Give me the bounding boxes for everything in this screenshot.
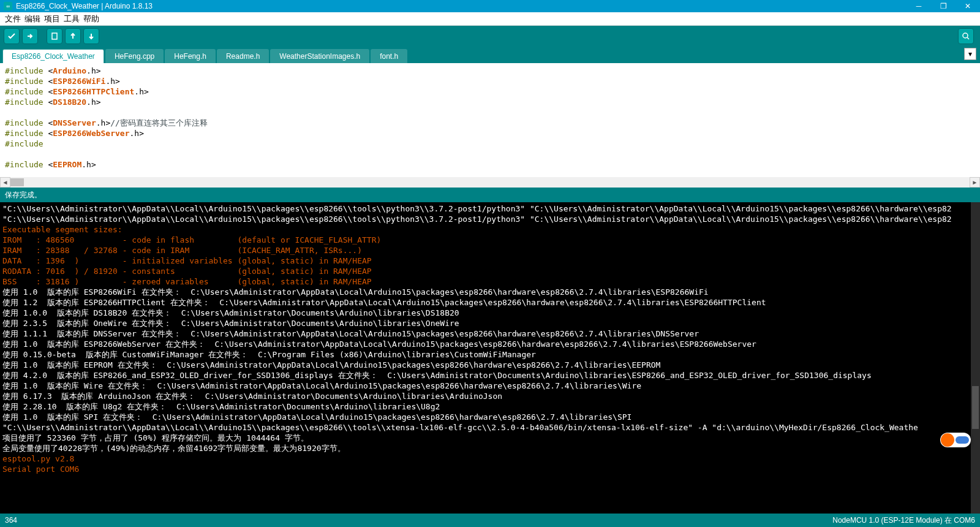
serial-monitor-button[interactable] [958, 28, 974, 44]
save-button[interactable] [83, 28, 99, 44]
menu-help[interactable]: 帮助 [83, 13, 99, 25]
scroll-track[interactable] [10, 177, 970, 188]
close-button[interactable]: ✕ [956, 0, 980, 12]
tab-dropdown-icon[interactable]: ▾ [964, 48, 976, 60]
ime-badge-icon [941, 433, 954, 447]
tab-bar: Esp8266_Clock_WeatherHeFeng.cppHeFeng.hR… [0, 47, 980, 63]
tab-readme-h[interactable]: Readme.h [217, 49, 269, 63]
toolbar [0, 26, 980, 47]
menu-edit[interactable]: 编辑 [24, 13, 40, 25]
bottom-status-bar: 364 NodeMCU 1.0 (ESP-12E Module) 在 COM6 [0, 514, 980, 527]
app-logo-icon: ∞ [4, 2, 12, 10]
editor-horizontal-scrollbar[interactable]: ◄ ► [0, 177, 980, 188]
new-button[interactable] [47, 28, 62, 44]
tab-font-h[interactable]: font.h [371, 49, 407, 63]
window-title: Esp8266_Clock_Weather | Arduino 1.8.13 [16, 2, 907, 10]
ime-float-icon[interactable] [940, 433, 971, 447]
scroll-left-icon[interactable]: ◄ [0, 177, 10, 188]
verify-button[interactable] [4, 28, 20, 44]
svg-rect-0 [52, 33, 57, 39]
open-button[interactable] [65, 28, 81, 44]
menu-project[interactable]: 项目 [44, 13, 60, 25]
scroll-right-icon[interactable]: ► [970, 177, 980, 188]
menu-bar: 文件 编辑 项目 工具 帮助 [0, 12, 980, 26]
line-number: 364 [5, 516, 17, 525]
svg-point-1 [963, 33, 968, 38]
title-bar: ∞ Esp8266_Clock_Weather | Arduino 1.8.13… [0, 0, 980, 12]
tab-esp8266-clock-weather[interactable]: Esp8266_Clock_Weather [2, 49, 104, 63]
console-scroll-thumb[interactable] [972, 386, 979, 429]
tab-hefeng-h[interactable]: HeFeng.h [165, 49, 216, 63]
ime-toggle-icon [956, 436, 969, 444]
tab-weatherstationimages-h[interactable]: WeatherStationImages.h [270, 49, 369, 63]
tab-hefeng-cpp[interactable]: HeFeng.cpp [105, 49, 164, 63]
menu-file[interactable]: 文件 [5, 13, 21, 25]
maximize-button[interactable]: ❐ [931, 0, 956, 12]
board-info: NodeMCU 1.0 (ESP-12E Module) 在 COM6 [832, 515, 975, 526]
output-console[interactable]: "C:\\Users\\Administrator\\AppData\\Loca… [0, 202, 980, 514]
scroll-thumb[interactable] [10, 178, 24, 186]
console-vertical-scrollbar[interactable] [971, 202, 980, 514]
minimize-button[interactable]: ─ [907, 0, 931, 12]
code-editor[interactable]: #include <Arduino.h> #include <ESP8266Wi… [0, 63, 980, 177]
status-strip: 保存完成。 [0, 188, 980, 202]
status-message: 保存完成。 [5, 190, 42, 200]
upload-button[interactable] [22, 28, 38, 44]
menu-tools[interactable]: 工具 [64, 13, 80, 25]
